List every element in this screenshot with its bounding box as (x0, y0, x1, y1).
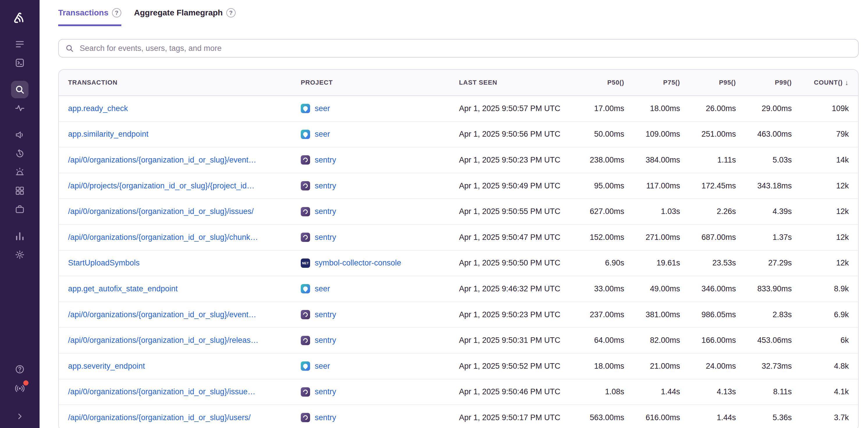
transaction-link[interactable]: app.get_autofix_state_endpoint (68, 284, 178, 293)
p99-cell: 453.06ms (745, 336, 801, 345)
project-link[interactable]: sentry (315, 413, 336, 422)
project-link[interactable]: seer (315, 104, 330, 113)
p99-cell: 32.73ms (745, 362, 801, 371)
sentry-logo[interactable] (10, 8, 30, 28)
transaction-link[interactable]: /api/0/organizations/{organization_id_or… (68, 310, 256, 319)
project-link[interactable]: sentry (315, 207, 336, 216)
table-row: /api/0/organizations/{organization_id_or… (59, 147, 858, 173)
project-link[interactable]: sentry (315, 387, 336, 396)
transaction-link[interactable]: /api/0/organizations/{organization_id_or… (68, 156, 256, 164)
transaction-link[interactable]: app.ready_check (68, 104, 128, 113)
p95-cell: 166.00ms (689, 336, 745, 345)
sidebar-item-explore[interactable] (11, 81, 29, 98)
sidebar-item-projects[interactable] (11, 54, 29, 71)
column-header-last-seen[interactable]: LAST SEEN (450, 79, 578, 86)
sidebar-item-performance[interactable] (11, 99, 29, 117)
column-header-p50[interactable]: P50() (578, 79, 633, 86)
project-link[interactable]: seer (315, 362, 330, 371)
last-seen-cell: Apr 1, 2025 9:50:23 PM UTC (450, 310, 578, 319)
project-cell: sentry (291, 155, 450, 165)
table-row: app.similarity_endpoint seer Apr 1, 2025… (59, 122, 858, 148)
table-row: /api/0/organizations/{organization_id_or… (59, 328, 858, 354)
p95-cell: 2.26s (689, 207, 745, 216)
sidebar-item-dashboards[interactable] (11, 182, 29, 199)
help-icon[interactable]: ? (112, 8, 121, 18)
project-cell: sentry (291, 233, 450, 242)
project-link[interactable]: sentry (315, 156, 336, 165)
p50-cell: 64.00ms (578, 336, 633, 345)
transaction-link[interactable]: /api/0/projects/{organization_id_or_slug… (68, 182, 254, 190)
p50-cell: 50.00ms (578, 130, 633, 139)
last-seen-cell: Apr 1, 2025 9:46:32 PM UTC (450, 284, 578, 293)
sidebar (0, 0, 39, 428)
tab-aggregate-flamegraph[interactable]: Aggregate Flamegraph ? (134, 8, 236, 26)
project-badge (301, 207, 310, 216)
transaction-link[interactable]: /api/0/organizations/{organization_id_or… (68, 413, 250, 422)
project-cell: sentry (291, 413, 450, 422)
count-cell: 4.8k (801, 362, 858, 371)
column-header-p99[interactable]: P99() (745, 79, 801, 86)
project-link[interactable]: seer (315, 130, 330, 139)
p99-cell: 5.36s (745, 413, 801, 422)
table-row: /api/0/organizations/{organization_id_or… (59, 225, 858, 251)
transaction-link[interactable]: /api/0/organizations/{organization_id_or… (68, 336, 258, 344)
project-link[interactable]: seer (315, 284, 330, 293)
sort-desc-icon: ↓ (845, 78, 849, 87)
main-content: Transactions ? Aggregate Flamegraph ? TR… (39, 0, 868, 428)
count-cell: 12k (801, 233, 858, 242)
transaction-link[interactable]: StartUploadSymbols (68, 259, 140, 267)
p50-cell: 238.00ms (578, 156, 633, 165)
sidebar-item-whats-new[interactable] (11, 380, 29, 397)
search-bar (58, 39, 859, 58)
p50-cell: 33.00ms (578, 284, 633, 293)
chevron-right-icon (15, 412, 25, 421)
table-row: /api/0/organizations/{organization_id_or… (59, 380, 858, 405)
tab-transactions-label: Transactions (58, 8, 108, 18)
sidebar-item-alerts[interactable] (11, 163, 29, 181)
project-badge (301, 387, 310, 397)
project-badge (301, 361, 310, 371)
sidebar-item-feedback[interactable] (11, 126, 29, 144)
sentry-logo-icon (12, 10, 28, 26)
p99-cell: 5.03s (745, 156, 801, 165)
table-body: app.ready_check seer Apr 1, 2025 9:50:57… (59, 96, 858, 428)
tab-transactions[interactable]: Transactions ? (58, 8, 121, 26)
p95-cell: 172.45ms (689, 182, 745, 191)
transaction-link[interactable]: /api/0/organizations/{organization_id_or… (68, 387, 255, 396)
siren-icon (14, 167, 25, 177)
transaction-link[interactable]: /api/0/organizations/{organization_id_or… (68, 233, 258, 242)
sidebar-item-replays[interactable] (11, 145, 29, 162)
column-header-transaction[interactable]: TRANSACTION (59, 79, 291, 86)
transaction-cell: /api/0/organizations/{organization_id_or… (59, 233, 291, 242)
project-cell: symbol-collector-console (291, 259, 450, 268)
last-seen-cell: Apr 1, 2025 9:50:56 PM UTC (450, 130, 578, 139)
project-link[interactable]: sentry (315, 233, 336, 242)
transaction-link[interactable]: app.severity_endpoint (68, 362, 145, 370)
transaction-link[interactable]: app.similarity_endpoint (68, 130, 148, 138)
notification-dot (23, 380, 29, 386)
project-link[interactable]: sentry (315, 336, 336, 345)
count-cell: 12k (801, 207, 858, 216)
help-icon[interactable]: ? (226, 8, 236, 18)
tab-bar: Transactions ? Aggregate Flamegraph ? (58, 0, 859, 26)
sidebar-item-issues[interactable] (11, 35, 29, 53)
sidebar-item-releases[interactable] (11, 201, 29, 218)
p50-cell: 17.00ms (578, 104, 633, 113)
sidebar-item-stats[interactable] (11, 227, 29, 245)
sidebar-item-settings[interactable] (11, 246, 29, 263)
transaction-link[interactable]: /api/0/organizations/{organization_id_or… (68, 207, 254, 216)
project-link[interactable]: sentry (315, 182, 336, 191)
column-header-count[interactable]: COUNT() ↓ (801, 78, 858, 87)
column-header-p95[interactable]: P95() (689, 79, 745, 86)
search-input[interactable] (79, 43, 852, 54)
broadcast-icon (14, 383, 25, 394)
p95-cell: 26.00ms (689, 104, 745, 113)
sidebar-item-help[interactable] (11, 361, 29, 378)
column-header-p75[interactable]: P75() (633, 79, 689, 86)
p75-cell: 18.00ms (633, 104, 689, 113)
project-link[interactable]: sentry (315, 310, 336, 319)
project-link[interactable]: symbol-collector-console (315, 259, 401, 267)
table-row: StartUploadSymbols symbol-collector-cons… (59, 251, 858, 276)
column-header-project[interactable]: PROJECT (291, 79, 450, 86)
sidebar-collapse-button[interactable] (11, 408, 29, 425)
